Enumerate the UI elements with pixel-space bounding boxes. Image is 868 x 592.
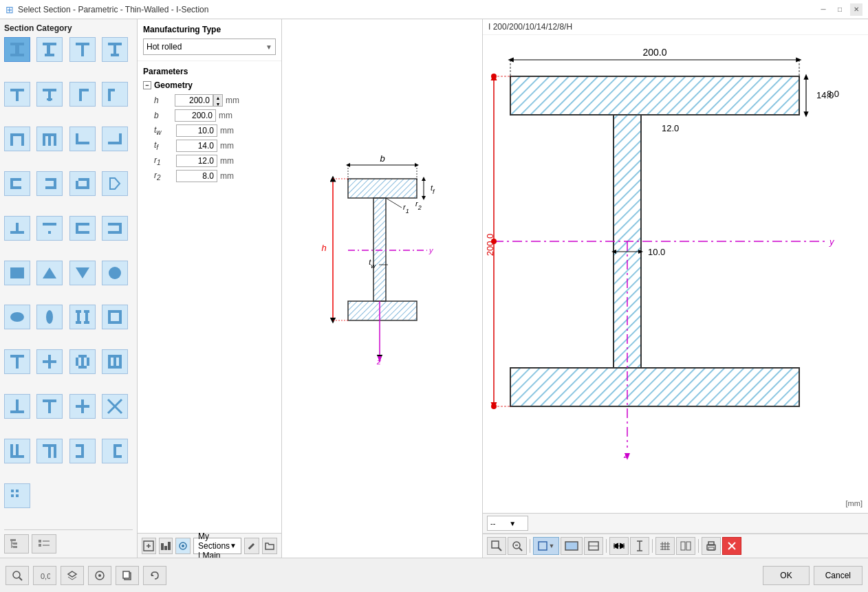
- section-btn-c1[interactable]: [4, 171, 30, 196]
- section-btn-t1[interactable]: [4, 82, 30, 107]
- section-btn-i4[interactable]: [102, 37, 128, 62]
- section-btn-ang4[interactable]: [102, 216, 128, 241]
- section-btn-pi2[interactable]: [36, 127, 63, 151]
- zoom-window-btn[interactable]: [487, 537, 506, 555]
- svg-line-207: [68, 577, 72, 580]
- svg-rect-6: [76, 43, 89, 45]
- param-input-tf[interactable]: [176, 140, 217, 152]
- sections-list-btn[interactable]: [32, 534, 56, 553]
- measure-v-btn[interactable]: [630, 537, 649, 555]
- coordinates-btn[interactable]: 0,00: [33, 566, 56, 585]
- section-btn-tbot2[interactable]: [4, 439, 30, 463]
- section-btn-l2[interactable]: [102, 127, 128, 151]
- section-btn-it1[interactable]: [69, 305, 96, 329]
- minimize-button[interactable]: ─: [817, 3, 829, 16]
- section-btn-box1[interactable]: [4, 483, 30, 508]
- maximize-button[interactable]: □: [834, 3, 846, 16]
- section-btn-ic[interactable]: [102, 349, 128, 374]
- snap-btn[interactable]: [88, 566, 111, 585]
- section-btn-double-t[interactable]: [4, 349, 30, 374]
- section-btn-c3[interactable]: [69, 171, 96, 196]
- print-btn[interactable]: [702, 537, 721, 555]
- sections-dropdown[interactable]: My Sections | Main ▼: [193, 538, 241, 554]
- svg-rect-98: [76, 455, 81, 458]
- section-btn-sym-t[interactable]: [36, 349, 63, 374]
- search-footer-btn[interactable]: [6, 566, 29, 585]
- status-dropdown[interactable]: -- ▼: [487, 516, 528, 531]
- layers-btn[interactable]: [61, 566, 84, 585]
- view-mode-btn[interactable]: ▼: [533, 537, 559, 555]
- svg-rect-63: [108, 310, 122, 313]
- zoom-out-btn[interactable]: [508, 537, 527, 555]
- columns-btn[interactable]: [676, 537, 695, 555]
- undo-btn[interactable]: [143, 566, 166, 585]
- section-btn-c2[interactable]: [36, 171, 63, 196]
- section-btn-tri2[interactable]: [69, 261, 96, 285]
- section-btn-ang1[interactable]: [4, 216, 30, 241]
- section-btn-ang2[interactable]: [36, 216, 63, 241]
- svg-rect-108: [13, 546, 17, 548]
- section-btn-it2[interactable]: [102, 305, 128, 329]
- section-btn-t3[interactable]: [69, 82, 96, 107]
- copy-btn[interactable]: [116, 566, 139, 585]
- manufacturing-dropdown[interactable]: Hot rolled ▼: [143, 39, 276, 55]
- section-btn-i2[interactable]: [36, 37, 63, 62]
- section-btn-circ[interactable]: [102, 261, 128, 285]
- section-btn-plus[interactable]: [69, 394, 96, 419]
- section-btn-i1[interactable]: [4, 37, 30, 62]
- cancel-button[interactable]: Cancel: [814, 566, 862, 585]
- measure-h-btn[interactable]: [609, 537, 629, 555]
- section-btn-t-inv[interactable]: [36, 394, 63, 419]
- parameters-title: Parameters: [143, 67, 276, 76]
- section-btn-pi1[interactable]: [4, 127, 30, 151]
- svg-rect-0: [10, 43, 24, 45]
- param-unit-tf: mm: [220, 141, 234, 151]
- param-spin-h[interactable]: ▲ ▼: [213, 94, 223, 107]
- sections-icon-btn[interactable]: [175, 538, 191, 554]
- section-btn-ttop[interactable]: [36, 439, 63, 463]
- param-input-r1[interactable]: [176, 155, 217, 167]
- svg-text:tf: tf: [431, 184, 435, 195]
- svg-rect-16: [79, 89, 89, 91]
- ok-button[interactable]: OK: [763, 566, 809, 585]
- grid-btn[interactable]: [655, 537, 675, 555]
- sections-tree-btn[interactable]: [4, 534, 29, 553]
- right-panel-toolbar: ▼: [483, 534, 868, 558]
- section-import-btn[interactable]: [142, 538, 156, 554]
- section-btn-t2[interactable]: [36, 82, 63, 107]
- svg-rect-113: [39, 544, 41, 547]
- section-chart-btn[interactable]: [159, 538, 173, 554]
- sections-dropdown-arrow: ▼: [230, 542, 237, 549]
- view-wire-btn[interactable]: [584, 537, 603, 555]
- section-btn-t4[interactable]: [102, 82, 128, 107]
- param-input-h[interactable]: [175, 94, 213, 107]
- collapse-geometry-btn[interactable]: −: [143, 81, 151, 89]
- param-input-tw[interactable]: [176, 124, 217, 137]
- param-input-b[interactable]: [175, 109, 216, 122]
- section-btn-t-bot[interactable]: [4, 394, 30, 419]
- section-btn-b1[interactable]: [102, 171, 128, 196]
- param-input-r2[interactable]: [176, 170, 217, 182]
- section-btn-rect[interactable]: [4, 261, 30, 285]
- section-btn-ang3[interactable]: [69, 216, 96, 241]
- param-name-tw: tw: [154, 125, 176, 136]
- section-btn-i3[interactable]: [69, 37, 96, 62]
- section-btn-ib[interactable]: [69, 349, 96, 374]
- section-btn-tsym[interactable]: [102, 439, 128, 463]
- section-btn-oval2[interactable]: [36, 305, 63, 329]
- close-button[interactable]: ✕: [850, 3, 862, 16]
- svg-rect-199: [708, 542, 714, 545]
- view-solid-btn[interactable]: [561, 537, 583, 555]
- section-btn-cross[interactable]: [102, 394, 128, 419]
- section-btn-oval1[interactable]: [4, 305, 30, 329]
- section-btn-l1[interactable]: [69, 127, 96, 151]
- sections-edit-btn[interactable]: [244, 538, 259, 554]
- svg-rect-94: [48, 447, 51, 458]
- section-btn-tri[interactable]: [36, 261, 63, 285]
- close-diagram-btn[interactable]: [722, 537, 741, 555]
- svg-rect-79: [108, 366, 122, 369]
- sections-folder-btn[interactable]: [262, 538, 277, 554]
- svg-rect-126: [348, 179, 417, 198]
- section-btn-tboth[interactable]: [69, 439, 96, 463]
- svg-line-204: [19, 578, 22, 580]
